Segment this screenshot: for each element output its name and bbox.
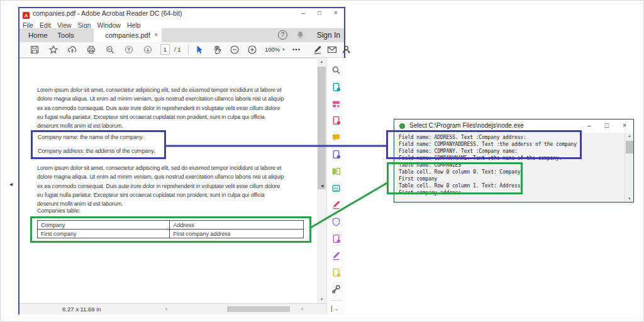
- console-line: Table name: COMPANIES: [399, 162, 625, 169]
- menu-bar: FileEditViewSignWindowHelp: [19, 19, 344, 28]
- company-name-field-label: Company name: the name of the company.: [38, 134, 143, 140]
- console-window: Select C:\Program Files\nodejs\node.exe …: [394, 119, 634, 203]
- screenshot-canvas: companies.pdf - Adobe Acrobat Reader DC …: [0, 0, 644, 322]
- zoom-dropdown-icon[interactable]: ▾: [282, 47, 285, 52]
- page-size-label: 8.27 x 11.69 in: [62, 306, 101, 313]
- paragraph-line: Lorem ipsum dolor sit amet, consectetur …: [37, 86, 284, 94]
- paragraph-line: ex ea commodo consequat. Duis aute irure…: [37, 182, 284, 191]
- console-line: First company address: [399, 189, 625, 196]
- tab-tools[interactable]: Tools: [57, 28, 74, 42]
- console-minimize-button[interactable]: –: [580, 119, 598, 133]
- paragraph-line: dolore magna aliqua. Ut enim ad minim ve…: [37, 94, 284, 103]
- horizontal-scrollbar-thumb[interactable]: [227, 306, 290, 312]
- print-icon[interactable]: [86, 45, 96, 55]
- console-title: Select C:\Program Files\nodejs\node.exe: [409, 122, 524, 129]
- scan-ocr-icon[interactable]: [331, 184, 341, 193]
- find-zoom-icon[interactable]: [105, 45, 115, 55]
- console-close-button[interactable]: ×: [616, 119, 633, 133]
- fill-sign-pen-icon[interactable]: [313, 45, 323, 55]
- hscroll-left-icon[interactable]: ‹: [165, 306, 167, 312]
- acrobat-app-icon: [23, 10, 30, 17]
- share-cloud-icon[interactable]: [67, 45, 77, 55]
- right-pane-collapse-icon[interactable]: ◂: [321, 182, 324, 189]
- organize-pages-icon[interactable]: [331, 167, 341, 176]
- tools-sidebar: |→: [326, 58, 345, 314]
- combine-files-icon[interactable]: [331, 150, 341, 159]
- tab-close-icon[interactable]: ×: [154, 28, 158, 42]
- expand-pane-icon[interactable]: |→: [331, 305, 339, 312]
- close-button[interactable]: ×: [328, 8, 344, 19]
- console-line: Field name: ADDRESS. Text :Company addre…: [399, 134, 625, 141]
- maximize-button[interactable]: □: [311, 8, 328, 19]
- fill-and-sign-icon[interactable]: [331, 200, 341, 209]
- zoom-level-value[interactable]: 100%: [265, 46, 280, 53]
- create-pdf-icon[interactable]: [331, 116, 341, 125]
- page-number-input[interactable]: 1: [160, 44, 170, 55]
- page-nav-left-icon[interactable]: ◂: [9, 180, 13, 187]
- table-cell-address: First company address: [170, 230, 304, 238]
- star-favorite-icon[interactable]: [48, 45, 58, 55]
- sidebar-divider: [330, 300, 342, 301]
- console-line: Field name: COMPANY. Text :Company name:: [399, 148, 625, 155]
- edit-pdf-icon[interactable]: [331, 99, 341, 109]
- export-pdf-icon[interactable]: [331, 82, 341, 92]
- paragraph-line: eu fugiat nulla pariatur. Excepteur sint…: [37, 113, 284, 121]
- acrobat-titlebar[interactable]: companies.pdf - Adobe Acrobat Reader DC …: [19, 8, 344, 19]
- scroll-down-icon[interactable]: ▼: [317, 297, 326, 301]
- next-page-icon[interactable]: [143, 45, 153, 55]
- certificates-icon[interactable]: [331, 251, 341, 260]
- console-line: Table cell. Row 0 column 0. Text: Compan…: [399, 169, 625, 175]
- vertical-scrollbar[interactable]: ▲ ▼: [317, 58, 326, 303]
- pdf-page: Lorem ipsum dolor sit amet, consectetur …: [19, 58, 317, 303]
- console-output: Field name: ADDRESS. Text :Company addre…: [394, 133, 625, 202]
- previous-page-icon[interactable]: [124, 45, 134, 55]
- account-person-icon[interactable]: [341, 45, 352, 55]
- hscroll-right-icon[interactable]: ›: [301, 306, 303, 312]
- sign-in-button[interactable]: Sign In: [317, 30, 340, 42]
- console-titlebar[interactable]: Select C:\Program Files\nodejs\node.exe …: [394, 119, 633, 133]
- console-scrollbar-thumb[interactable]: [626, 141, 633, 153]
- console-scroll-down-icon[interactable]: ▼: [625, 197, 634, 201]
- scroll-up-icon[interactable]: ▲: [317, 60, 326, 64]
- paragraph-1: Lorem ipsum dolor sit amet, consectetur …: [37, 86, 284, 130]
- zoom-out-icon[interactable]: [230, 45, 240, 55]
- table-header-address: Address: [170, 221, 304, 230]
- toolbar-divider: [188, 45, 189, 55]
- toolbar: 1 / 1 100% ▾ •••: [19, 42, 344, 58]
- notifications-bell-icon[interactable]: [296, 30, 305, 40]
- console-maximize-button[interactable]: □: [598, 119, 616, 133]
- paragraph-line: deserunt mollit anim id est laborum.: [37, 121, 284, 130]
- tab-home[interactable]: Home: [28, 28, 48, 42]
- table-caption: Companies table:: [37, 208, 80, 214]
- companies-table: Company Address First company First comp…: [37, 220, 304, 238]
- protect-icon[interactable]: [331, 217, 341, 226]
- comment-icon[interactable]: [331, 133, 341, 142]
- more-options-icon[interactable]: •••: [292, 46, 301, 53]
- console-line: Field name: COMPANYNAME. Text :the name …: [399, 155, 625, 162]
- hand-pan-icon[interactable]: [212, 45, 222, 55]
- table-cell-company: First company: [38, 230, 170, 238]
- console-scrollbar[interactable]: ▲ ▼: [625, 133, 633, 202]
- prepare-form-icon[interactable]: [331, 234, 341, 243]
- save-icon[interactable]: [30, 45, 40, 55]
- minimize-button[interactable]: –: [295, 8, 311, 19]
- tab-document-label: companies.pdf: [105, 31, 150, 39]
- select-cursor-icon[interactable]: [194, 45, 204, 55]
- status-bar: 8.27 x 11.69 in ‹ ›: [19, 303, 326, 314]
- console-scroll-up-icon[interactable]: ▲: [625, 134, 634, 138]
- more-tools-icon[interactable]: [331, 284, 341, 294]
- table-header-row: Company Address: [38, 221, 304, 230]
- paragraph-line: Lorem ipsum dolor sit amet, consectetur …: [37, 164, 284, 172]
- search-icon[interactable]: [331, 65, 341, 75]
- help-icon[interactable]: ?: [278, 30, 287, 40]
- tab-document[interactable]: companies.pdf ×: [94, 28, 162, 42]
- zoom-in-icon[interactable]: [247, 45, 257, 55]
- tab-bar: Home Tools companies.pdf × ? Sign In: [19, 28, 344, 42]
- nodejs-icon: [399, 123, 405, 129]
- table-row: First company First company address: [38, 230, 304, 238]
- compress-pdf-icon[interactable]: [331, 268, 341, 277]
- vertical-scrollbar-thumb[interactable]: [318, 67, 326, 189]
- console-line: Field name: COMPANYADDRESS. Text :the ad…: [399, 141, 625, 148]
- table-header-company: Company: [38, 221, 170, 230]
- console-line: Table cell. Row 0 column 1. Text: Addres…: [399, 182, 625, 189]
